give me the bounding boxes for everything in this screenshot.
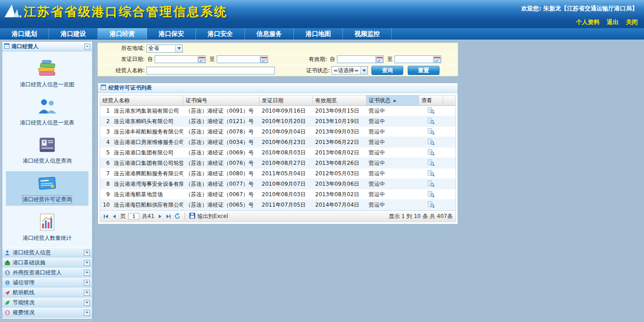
nav-tab-0[interactable]: 港口规划 <box>0 28 49 39</box>
next-page-icon[interactable] <box>157 213 163 219</box>
table-row[interactable]: 10连云港海巨船舶供应有限公司（苏连）港经证（0065）号2011年07月05日… <box>100 200 455 210</box>
sidebar-item-4[interactable]: 港口经营人数量统计 <box>6 210 88 244</box>
cell-valid-to: 2013年06月22日 <box>313 139 366 146</box>
first-page-icon[interactable] <box>103 213 109 219</box>
sidebar: 港口经营人 - 港口经营人信息一览图港口经营人信息一览表港口经营人信息查询港口经… <box>0 40 93 322</box>
operator-name-label: 经营人名称: <box>98 67 145 74</box>
validity-from-input[interactable] <box>337 55 376 63</box>
column-header-2[interactable]: 发证日期 <box>259 95 313 105</box>
content-area: 港口经营人 - 港口经营人信息一览图港口经营人信息一览表港口经营人信息查询港口经… <box>0 40 644 322</box>
sidebar-item-2[interactable]: 港口经营人信息查询 <box>6 133 88 167</box>
calendar-icon[interactable] <box>376 55 384 63</box>
expand-button[interactable]: + <box>84 310 90 316</box>
column-header-3[interactable]: 有效期至 <box>313 95 366 105</box>
expand-button[interactable]: + <box>84 300 90 306</box>
view-icon[interactable] <box>428 128 435 135</box>
view-icon[interactable] <box>428 180 435 188</box>
sidebar-panel-header[interactable]: 港口经营人 - <box>2 42 92 51</box>
region-select[interactable]: 全省 <box>146 45 183 53</box>
nav-tab-4[interactable]: 港口安全 <box>196 28 245 39</box>
view-icon[interactable] <box>428 170 435 177</box>
sidebar-section-4[interactable]: 航班航线+ <box>2 287 92 297</box>
header-link-1[interactable]: 退出 <box>607 18 619 26</box>
cell-operator-name: 7连云港港腾船舶服务有限公司 <box>100 170 183 178</box>
calendar-icon[interactable] <box>434 55 441 63</box>
sidebar-item-3[interactable]: 港口经营许可证查询 <box>6 171 88 206</box>
sidebar-section-list: 港口经营人信息+港口基础设施+外商投资港口经营人+诚信管理+航班航线+节能情况+… <box>2 248 92 317</box>
region-label: 所在地域: <box>98 45 145 52</box>
view-icon[interactable] <box>428 191 435 198</box>
cell-valid-to: 2013年09月03日 <box>313 128 366 136</box>
expand-button[interactable]: + <box>84 270 90 276</box>
table-row[interactable]: 5连云港港口集团有限公司（苏连）港经证（0069）号2010年08月03日201… <box>100 148 455 158</box>
validity-to-input[interactable] <box>395 55 434 63</box>
table-row[interactable]: 8连云港港湾海事安全设备有限...（苏连）港经证（0077）号2010年09月0… <box>100 179 455 189</box>
page-label: 页 <box>120 213 126 220</box>
expand-button[interactable]: + <box>84 260 90 266</box>
sidebar-section-1[interactable]: 港口基础设施+ <box>2 258 92 268</box>
table-row[interactable]: 7连云港港腾船舶服务有限公司（苏连）港经证（0080）号2011年05月04日2… <box>100 168 455 179</box>
cell-valid-to: 2014年07月04日 <box>313 201 366 209</box>
column-header-1[interactable]: 证书编号 <box>183 95 259 105</box>
last-page-icon[interactable] <box>166 213 171 219</box>
view-icon[interactable] <box>428 139 435 146</box>
table-row[interactable]: 1连云港东鸿集装箱有限公司（苏连）港经证（0091）号2010年09月16日20… <box>100 106 455 116</box>
query-button[interactable]: 查询 <box>371 66 403 75</box>
export-excel-button[interactable]: 输出到Excel <box>189 213 228 220</box>
issue-date-from-input[interactable] <box>155 55 198 63</box>
table-row[interactable]: 2连云港东粮码头有限公司（苏连）港经证（0121）号2010年10月20日201… <box>100 116 455 127</box>
table-row[interactable]: 3连云港丰裕船舶服务有限公司（苏连）港经证（0078）号2010年09月04日2… <box>100 127 455 137</box>
reset-button[interactable]: 重置 <box>408 66 439 75</box>
view-icon[interactable] <box>428 149 435 156</box>
facility-icon <box>5 260 10 266</box>
table-row[interactable]: 4连云港港口房屋维修服务公司（苏连）港经证（0034）号2010年06月23日2… <box>100 137 455 148</box>
expand-button[interactable]: + <box>84 280 90 286</box>
sidebar-section-6[interactable]: 规费情况+ <box>2 307 92 317</box>
view-icon[interactable] <box>428 201 435 208</box>
view-icon[interactable] <box>428 107 435 114</box>
column-header-5[interactable]: 查看 <box>419 95 443 105</box>
cell-cert-no: （苏连）港经证（0091）号 <box>183 107 259 115</box>
prev-page-icon[interactable] <box>112 213 117 219</box>
to-label: 至 <box>387 55 393 63</box>
sidebar-section-0[interactable]: 港口经营人信息+ <box>2 248 92 258</box>
cell-issue-date: 2010年08月27日 <box>259 159 313 167</box>
view-icon[interactable] <box>428 159 435 167</box>
operator-name-input[interactable] <box>146 67 275 74</box>
cell-valid-to: 2013年08月26日 <box>313 159 366 167</box>
expand-button[interactable]: + <box>84 250 90 256</box>
nav-tab-3[interactable]: 港口保安 <box>147 28 196 39</box>
cert-status-select[interactable]: =请选择= <box>332 66 368 74</box>
nav-tab-6[interactable]: 港口地图 <box>294 28 343 39</box>
row-number: 2 <box>102 118 110 124</box>
table-row[interactable]: 9连云港海航基地货场（苏连）港经证（0067）号2010年08月03日2013年… <box>100 189 455 200</box>
refresh-icon[interactable] <box>174 213 181 219</box>
column-header-0[interactable]: 经营人名称 <box>100 95 183 105</box>
nav-tab-5[interactable]: 信息服务 <box>245 28 294 39</box>
invest-icon <box>5 270 10 276</box>
page-input[interactable] <box>128 213 139 220</box>
collapse-button[interactable]: - <box>84 44 90 50</box>
results-panel: 经营许可证书列表 经营人名称证书编号发证日期有效期至证书状态查看 1连云港东鸿集… <box>98 83 458 224</box>
sidebar-section-2[interactable]: 外商投资港口经营人+ <box>2 268 92 277</box>
expand-button[interactable]: + <box>84 290 90 296</box>
calendar-icon[interactable] <box>260 55 268 63</box>
header-link-0[interactable]: 个人资料 <box>576 18 600 26</box>
sidebar-item-0[interactable]: 港口经营人信息一览图 <box>6 57 88 90</box>
row-number: 10 <box>102 202 110 208</box>
table-row[interactable]: 6连云港港口集团有限公司轮驳...（苏连）港经证（0076）号2010年08月2… <box>100 158 455 168</box>
sidebar-section-3[interactable]: 诚信管理+ <box>2 277 92 287</box>
issue-date-to-input[interactable] <box>217 55 260 63</box>
fee-icon <box>5 310 10 316</box>
calendar-icon[interactable] <box>198 55 206 63</box>
nav-tab-7[interactable]: 视频监控 <box>343 28 392 39</box>
sidebar-section-5[interactable]: 节能情况+ <box>2 297 92 307</box>
nav-tab-1[interactable]: 港口建设 <box>49 28 98 39</box>
column-header-4[interactable]: 证书状态 <box>366 95 419 105</box>
cell-issue-date: 2011年05月04日 <box>259 170 313 178</box>
sidebar-item-1[interactable]: 港口经营人信息一览表 <box>6 95 88 129</box>
header-link-2[interactable]: 关闭 <box>626 18 638 26</box>
nav-tab-2[interactable]: 港口经营 <box>98 28 147 39</box>
sidebar-item-list: 港口经营人信息一览图港口经营人信息一览表港口经营人信息查询港口经营许可证查询港口… <box>2 51 92 241</box>
view-icon[interactable] <box>428 118 435 125</box>
